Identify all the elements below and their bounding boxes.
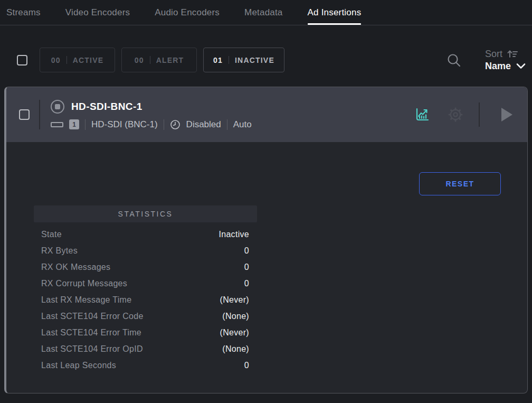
actions-divider [479,102,480,127]
table-row: RX Corrupt Messages 0 [34,275,257,292]
counter-divider [150,56,150,64]
mode-label: Auto [233,119,252,130]
play-icon[interactable] [501,108,512,121]
stat-label: RX Corrupt Messages [41,279,127,288]
statistics-title: STATISTICS [34,205,257,222]
table-row: Last SCTE104 Error Code (None) [34,308,257,324]
stat-value: 0 [244,263,249,272]
stat-value: 0 [244,361,249,370]
tab-video-encoders[interactable]: Video Encoders [65,0,130,25]
stat-value: Inactive [218,230,249,239]
ad-insertion-card: HD-SDI-BNC-1 1 HD-SDI (BNC-1) Disabled [4,87,528,393]
reset-button[interactable]: RESET [419,172,501,195]
sort-direction-toggle[interactable]: Sort [485,49,526,60]
filter-inactive-button[interactable]: 01 INACTIVE [203,48,284,72]
tab-bar: Streams Video Encoders Audio Encoders Me… [0,0,532,25]
filter-alert-button[interactable]: 00 ALERT [121,48,197,72]
stat-value: 0 [244,279,249,288]
table-row: Last SCTE104 Error Time (Never) [34,324,257,341]
clock-icon [170,119,180,130]
header-divider [39,100,40,129]
interface-label: HD-SDI (BNC-1) [91,119,158,130]
card-title: HD-SDI-BNC-1 [71,101,142,113]
table-row: Last RX Message Time (Never) [34,292,257,308]
card-body: RESET STATISTICS State Inactive RX Bytes… [6,142,527,373]
meta-divider [85,119,86,130]
stat-value: 0 [244,246,249,256]
inactive-count: 01 [213,56,223,64]
card-header: HD-SDI-BNC-1 1 HD-SDI (BNC-1) Disabled [6,87,527,142]
stat-label: State [41,230,62,239]
stat-label: RX Bytes [41,246,78,256]
statistics-panel: STATISTICS State Inactive RX Bytes 0 RX … [34,205,257,373]
alert-label: ALERT [156,56,184,64]
select-all-checkbox[interactable] [17,55,27,65]
filter-bar: 00 ACTIVE 00 ALERT 01 INACTIVE Sort [0,48,532,72]
tab-metadata[interactable]: Metadata [244,0,282,25]
card-info: HD-SDI-BNC-1 1 HD-SDI (BNC-1) Disabled [51,100,252,130]
stat-value: (None) [222,312,249,321]
counter-divider [66,56,67,64]
tab-audio-encoders[interactable]: Audio Encoders [155,0,220,25]
statistics-chart-icon[interactable] [414,106,431,123]
tab-streams[interactable]: Streams [6,0,41,25]
search-button[interactable] [446,52,462,68]
table-row: Last Leap Seconds 0 [34,357,257,373]
chevron-down-icon [516,63,526,69]
settings-gear-icon[interactable] [446,106,464,124]
stat-label: Last SCTE104 Error Time [41,328,141,338]
sort-field-dropdown[interactable]: Name [485,61,526,72]
counter-divider [229,56,229,64]
active-label: ACTIVE [73,56,104,64]
alert-count: 00 [135,56,144,64]
schedule-label: Disabled [186,119,221,130]
stat-value: (None) [222,344,249,354]
slot-number-badge: 1 [69,119,79,129]
table-row: RX OK Messages 0 [34,259,257,275]
active-count: 00 [51,56,61,64]
card-actions [414,102,512,127]
stat-value: (Never) [220,295,249,305]
sort-field-value: Name [485,61,511,72]
stat-label: RX OK Messages [41,263,110,272]
stat-value: (Never) [220,328,249,338]
card-checkbox[interactable] [19,109,30,120]
table-row: RX Bytes 0 [34,242,257,259]
stat-label: Last SCTE104 Error Code [41,312,144,321]
statistics-table: State Inactive RX Bytes 0 RX OK Messages… [34,226,257,373]
table-row: Last SCTE104 Error OpID (None) [34,341,257,357]
stat-label: Last Leap Seconds [41,361,116,370]
tab-ad-insertions[interactable]: Ad Insertions [308,0,362,25]
sort-label: Sort [485,49,502,60]
meta-divider [164,119,164,130]
sort-ascending-icon [507,49,518,59]
inactive-label: INACTIVE [235,56,274,64]
stat-label: Last SCTE104 Error OpID [41,344,143,354]
search-icon [446,52,462,68]
stopped-status-icon [51,100,64,114]
table-row: State Inactive [34,226,257,242]
stat-label: Last RX Message Time [41,295,131,305]
meta-divider [227,119,227,130]
filter-active-button[interactable]: 00 ACTIVE [40,48,115,72]
sort-control: Sort Name [485,49,526,72]
device-slot-icon [51,122,63,127]
